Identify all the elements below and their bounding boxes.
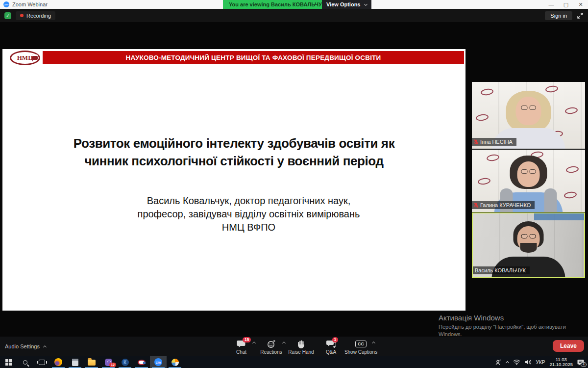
presentation-slide: НМЦ НАУКОВО-МЕТОДИЧНИЙ ЦЕНТР ВИЩОЇ ТА ФА… [2,49,466,311]
minimize-button[interactable]: — [544,0,559,9]
folder-icon [88,360,96,366]
tray-people-icon[interactable] [495,359,502,366]
slide-author-line2: професор, завідувач відділу освітніх вим… [32,208,466,221]
task-view-button[interactable] [33,356,50,368]
clock-date: 21.10.2025 [549,362,573,367]
windows-taskbar: 12 К zm УКР 11:03 21.10.2025 4 [0,356,588,368]
activation-text: Перейдіть до розділу "Настройки", щоб ак… [439,323,566,338]
slide-title: Розвиток емоційного інтелекту здобувачів… [2,134,466,170]
participant-video-inna[interactable]: Інна НЕСІНА [472,82,585,149]
meeting-toolbar: Audio Settings 15 Chat [0,337,588,356]
raise-hand-label: Raise Hand [288,349,314,355]
activation-line1: Перейдіть до розділу "Настройки", щоб ак… [439,323,566,331]
sign-in-button[interactable]: Sign in [545,11,572,20]
viber-badge: 12 [109,363,116,367]
view-options-button[interactable]: View Options [322,0,371,9]
recording-indicator: Recording [16,11,55,20]
taskbar-nmc-app[interactable] [133,356,150,368]
nmc-logo: НМЦ [9,50,41,66]
window-title: Zoom Webinar [12,1,48,7]
qa-button[interactable]: 1 Q&A [316,338,346,355]
participant-name-tag: Галина КУРАЧЕНКО [472,201,535,209]
reactions-button[interactable]: Reactions [256,338,286,355]
taskbar-firefox[interactable] [50,356,67,368]
mic-muted-icon [474,203,478,208]
view-options-label: View Options [326,1,360,7]
reactions-smiley-icon [267,340,276,348]
chat-label: Chat [236,349,246,355]
cc-icon: CC [355,341,367,347]
maximize-button[interactable]: ▢ [559,0,573,9]
taskbar-viber[interactable]: 12 [100,356,117,368]
tray-show-hidden-icons[interactable] [506,361,509,365]
slide-header-band: НАУКОВО-МЕТОДИЧНИЙ ЦЕНТР ВИЩОЇ ТА ФАХОВО… [43,51,464,64]
k-app-icon: К [122,359,129,366]
firefox-icon [54,358,62,366]
title-bar: zm Zoom Webinar You are viewing Василь К… [0,0,588,9]
volume-icon[interactable] [525,359,532,365]
search-icon [23,360,27,365]
wifi-icon[interactable] [513,359,520,365]
windows-logo-icon [5,359,12,366]
chat-button[interactable]: 15 Chat [226,338,256,355]
chevron-down-icon [364,2,368,5]
show-captions-button[interactable]: CC Show Captions [346,338,376,355]
slide-author-line3: НМЦ ВФПО [32,221,466,234]
raise-hand-icon [297,340,305,348]
nmc-logo-text: НМЦ [17,54,33,62]
zoom-webinar-window: zm Zoom Webinar You are viewing Василь К… [0,0,588,368]
activation-title: Активація Windows [439,314,566,322]
show-captions-label: Show Captions [344,349,377,355]
language-indicator[interactable]: УКР [536,360,545,365]
mic-muted-icon [474,139,478,145]
qa-badge: 1 [332,337,339,342]
participant-name: Галина КУРАЧЕНКО [480,202,531,208]
participant-video-halyna[interactable]: Галина КУРАЧЕНКО [472,150,585,212]
participant-name-tag: Інна НЕСІНА [472,138,516,146]
fullscreen-icon[interactable] [577,13,583,19]
taskbar-zoom[interactable]: zm [150,356,167,368]
raise-hand-button[interactable]: Raise Hand [286,338,316,355]
paint-palette-icon [172,359,179,366]
participant-name: Василь КОВАЛЬЧУК [475,267,526,273]
taskbar-clock[interactable]: 11:03 21.10.2025 [549,357,573,367]
taskbar-k-app[interactable]: К [117,356,133,368]
audio-settings-button[interactable]: Audio Settings [0,343,46,349]
start-button[interactable] [0,356,17,368]
task-view-icon [39,360,45,365]
zoom-app-icon: zm [3,1,9,7]
slide-title-line1: Розвиток емоційного інтелекту здобувачів… [2,134,466,152]
chevron-up-icon [43,345,47,349]
recording-dot-icon [20,14,24,17]
windows-activation-watermark: Активація Windows Перейдіть до розділу "… [439,314,566,338]
zoom-icon: zm [154,358,162,366]
nmc-app-icon [138,360,146,365]
notification-badge: 4 [581,362,587,367]
audio-settings-label: Audio Settings [5,343,40,349]
participant-video-vasyl-active[interactable]: Василь КОВАЛЬЧУК [472,212,585,278]
qa-label: Q&A [326,349,336,355]
slide-author: Василь Ковальчук, доктор педагогічних на… [32,194,466,234]
shared-screen-stage: НМЦ НАУКОВО-МЕТОДИЧНИЙ ЦЕНТР ВИЩОЇ ТА ФА… [0,22,588,337]
slide-author-line1: Василь Ковальчук, доктор педагогічних на… [32,194,466,208]
meeting-info-bar: ✓ Recording Sign in [0,9,588,22]
chevron-up-icon[interactable] [282,342,286,345]
slide-title-line2: чинник психологічної стійкості у воєнний… [2,152,466,170]
chevron-up-icon[interactable] [372,342,375,345]
taskbar-paint-app[interactable] [167,356,183,368]
recording-label: Recording [26,13,51,19]
close-button[interactable]: ✕ [573,0,588,9]
participant-name: Інна НЕСІНА [480,139,513,145]
security-shield-icon[interactable]: ✓ [4,12,11,19]
reactions-label: Reactions [260,349,282,355]
calculator-icon [72,359,78,366]
taskbar-file-explorer[interactable] [83,356,100,368]
chat-badge: 15 [243,337,251,342]
chevron-up-icon[interactable] [252,342,256,345]
action-center-button[interactable]: 4 [577,359,584,366]
taskbar-calculator[interactable] [67,356,83,368]
participant-name-tag: Василь КОВАЛЬЧУК [473,266,530,274]
taskbar-search-button[interactable] [17,356,33,368]
leave-button[interactable]: Leave [553,340,584,352]
